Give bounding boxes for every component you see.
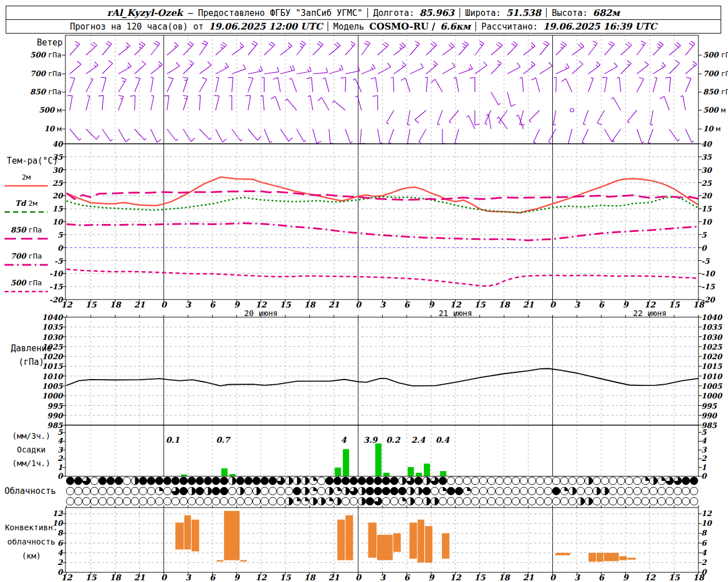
wind-barb	[151, 95, 154, 110]
cloud-cover-fill	[346, 487, 350, 495]
wind-barb	[486, 114, 491, 129]
calculated-label: Рассчитано:	[481, 22, 537, 32]
cloud-cover-symbol	[172, 477, 180, 485]
cloud-cover-symbol	[172, 497, 180, 505]
cloud-cover-fill	[411, 497, 415, 505]
cloud-cover-symbol	[390, 487, 398, 495]
x-tick-label-bottom: 18	[110, 573, 122, 582]
cloud-cover-symbol	[504, 487, 512, 495]
cloud-cover-symbol	[682, 477, 690, 485]
wind-barb	[297, 129, 307, 142]
wind-barb	[651, 110, 653, 125]
convective-cloud-bar	[346, 516, 353, 560]
pressure-tick-label-left: 1000	[42, 392, 64, 400]
cloud-cover-symbol	[552, 487, 560, 495]
precip-bar	[375, 443, 382, 476]
x-tick-label: 6	[404, 300, 410, 309]
wind-barb	[200, 77, 207, 92]
cloud-cover-symbol	[99, 497, 107, 505]
precip-tick-label-left: 5	[57, 428, 63, 436]
x-tick-label-bottom: 15	[280, 573, 292, 582]
wind-barb	[70, 77, 75, 92]
x-tick-label: 21	[134, 300, 145, 309]
wind-panel-title: Ветер	[37, 38, 63, 48]
wind-barb	[86, 129, 100, 139]
cloud-cover-fill	[427, 497, 431, 505]
wind-level-label-left: 10 м	[44, 124, 62, 133]
wind-barb	[271, 97, 280, 110]
cloud-cover-symbol	[382, 497, 390, 505]
cloud-cover-symbol	[123, 477, 131, 485]
wind-barb	[167, 63, 180, 74]
x-tick-label: 6	[210, 300, 216, 309]
cloud-cover-symbol	[67, 487, 75, 495]
header-row-title: rAl_Kyzyl-Ozek — Предоставлено ФГБУ "Зап…	[6, 6, 721, 19]
wind-barb	[458, 41, 468, 55]
wind-level-label-right: 500 гПа	[703, 51, 728, 59]
convective-tick-label-left: 4	[57, 548, 63, 557]
convective-tick-label-left: 12	[52, 509, 63, 518]
cloud-cover-fill	[427, 477, 431, 485]
wind-barb	[345, 41, 355, 55]
x-tick-label: 15	[669, 300, 681, 309]
header-row-forecast: Прогноз на 120 часа(ов) от 19.06.2025 12…	[6, 19, 721, 33]
cloud-cover-symbol	[415, 477, 423, 485]
wind-barb	[442, 129, 445, 144]
temp-tick-label-right: 20	[701, 192, 713, 200]
x-tick-label-bottom: 15	[474, 573, 486, 582]
cloud-cover-symbol	[634, 497, 642, 505]
station-name: rAl_Kyzyl-Ozek	[107, 7, 183, 18]
wind-barb	[605, 129, 614, 142]
cloud-cover-fill	[289, 477, 293, 485]
wind-barb	[454, 77, 459, 92]
wind-barb	[523, 61, 535, 74]
x-tick-label-bottom: 9	[428, 573, 435, 582]
pressure-tick-label-right: 1015	[701, 362, 722, 371]
pressure-tick-label-left: 1015	[42, 362, 63, 371]
cloud-cover-symbol	[561, 497, 569, 505]
longitude-label: Долгота:	[373, 8, 414, 18]
x-tick-label: 0	[550, 300, 556, 309]
wind-barb	[588, 78, 593, 92]
cloud-cover-symbol	[609, 477, 617, 485]
temp-tick-label-left: -15	[49, 282, 63, 291]
cloud-cover-symbol	[261, 497, 269, 505]
cloud-cover-fill	[208, 487, 212, 495]
precip-bar	[383, 473, 390, 476]
wind-level-label-left: 700 гПа	[30, 69, 61, 78]
wind-barb	[627, 110, 637, 123]
temp-tick-label-right: 10	[701, 218, 713, 226]
model-resolution: 6.6км	[440, 21, 470, 32]
cloud-cover-symbol	[399, 487, 407, 495]
cloud-cover-fill	[329, 487, 333, 495]
cloud-cover-symbol	[455, 487, 463, 495]
cloud-cover-symbol	[204, 477, 212, 485]
cloudiness-title: Облачность	[5, 486, 56, 496]
wind-barb	[232, 64, 246, 74]
wind-barb	[637, 77, 644, 92]
wind-barb	[653, 63, 665, 74]
wind-barb	[333, 101, 345, 110]
cloud-cover-symbol	[479, 487, 487, 495]
x-tick-label-bottom: 18	[498, 573, 510, 582]
wind-barb	[588, 62, 600, 74]
x-tick-label-bottom: 3	[380, 573, 386, 582]
cloud-cover-symbol	[577, 487, 585, 495]
pressure-tick-label-right: 1000	[701, 392, 723, 400]
precip-amount-label: 0.1	[166, 435, 180, 444]
cloud-cover-symbol	[366, 477, 374, 485]
cloud-cover-symbol	[285, 487, 293, 495]
cloud-cover-symbol	[67, 497, 75, 505]
cloud-cover-symbol	[487, 477, 495, 485]
temp-tick-label-left: -5	[55, 257, 63, 265]
header-divider	[367, 8, 368, 18]
x-tick-label-bottom: 21	[523, 573, 534, 582]
wind-barb	[248, 66, 262, 74]
cloud-cover-symbol	[82, 497, 90, 505]
cloud-cover-symbol	[569, 477, 577, 485]
x-tick-label-bottom: 12	[61, 573, 73, 582]
x-tick-label-bottom: 9	[623, 573, 629, 582]
pressure-tick-label-left: 1030	[42, 333, 64, 342]
precip-bar	[181, 475, 187, 476]
temp-tick-label-right: 40	[701, 140, 713, 148]
